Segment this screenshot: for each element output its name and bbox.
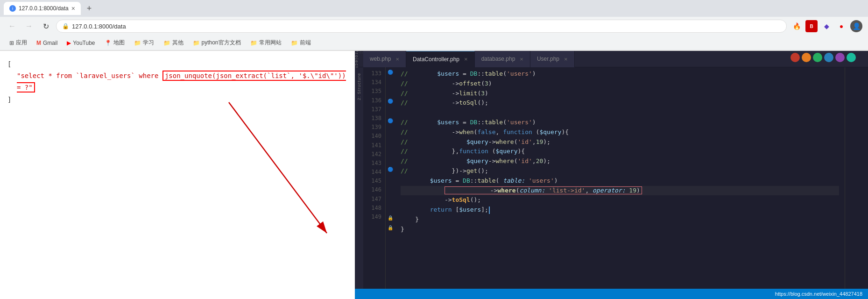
project-label: 1: Project bbox=[355, 51, 363, 67]
bookmark-python[interactable]: 📁 python官方文档 bbox=[189, 38, 245, 48]
icon4 bbox=[824, 53, 833, 62]
back-button[interactable]: ← bbox=[6, 20, 19, 33]
json-line-close: ] bbox=[7, 94, 347, 106]
python-icon: 📁 bbox=[193, 40, 200, 46]
bookmark-other[interactable]: 📁 其他 bbox=[160, 38, 187, 48]
bookmark-frontend[interactable]: 📁 前端 bbox=[287, 38, 315, 48]
code-138: $users = DB::table('users') bbox=[408, 118, 536, 128]
address-bar[interactable]: 🔒 127.0.0.1:8000/data bbox=[56, 20, 787, 33]
code-line-137 bbox=[401, 108, 839, 118]
bookmark-common[interactable]: 📁 常用网站 bbox=[247, 38, 285, 48]
gutter-143: 🔵 bbox=[387, 164, 394, 174]
tab-database[interactable]: database.php × bbox=[475, 51, 530, 67]
gmail-icon: M bbox=[36, 40, 41, 46]
tab-web-php[interactable]: web.php × bbox=[363, 51, 406, 67]
gutter-138: 🔵 bbox=[387, 116, 394, 126]
gutter-141 bbox=[387, 145, 394, 155]
other-label: 其他 bbox=[172, 39, 183, 47]
code-143: })->get(); bbox=[408, 166, 488, 176]
firefox-icon: 🔥 bbox=[790, 20, 803, 32]
tab-db-close[interactable]: × bbox=[520, 56, 523, 63]
line-num-140: 140 bbox=[367, 132, 381, 141]
comment-143: // bbox=[401, 166, 408, 176]
apps-icon: ⊞ bbox=[9, 40, 14, 46]
code-line-140: // $query->where('id',19); bbox=[401, 137, 839, 147]
line-num-149: 149 bbox=[367, 213, 381, 221]
svg-line-1 bbox=[229, 102, 327, 233]
vscode-editor: 1: Project web.php × DataController.php … bbox=[355, 51, 868, 299]
code-line-138: // $users = DB::table('users') bbox=[401, 118, 839, 128]
bookmark-youtube[interactable]: ▶ YouTube bbox=[63, 39, 99, 47]
gutter-142 bbox=[387, 155, 394, 164]
gutter-139 bbox=[387, 126, 394, 135]
code-line-148: } bbox=[401, 215, 839, 225]
code-line-149: } bbox=[401, 225, 839, 235]
tab-user[interactable]: User.php × bbox=[530, 51, 575, 67]
icon2 bbox=[802, 53, 811, 62]
youtube-label: YouTube bbox=[73, 40, 95, 46]
tab-bar: i 127.0.0.1:8000/data × + bbox=[0, 0, 868, 17]
code-line-141: // },function ($query){ bbox=[401, 147, 839, 157]
structure-sidebar: 2: Structure bbox=[355, 67, 363, 289]
frontend-icon: 📁 bbox=[291, 40, 298, 46]
line-num-148: 148 bbox=[367, 204, 381, 213]
bookmarks-bar: ⊞ 应用 M Gmail ▶ YouTube 📍 地图 📁 学习 📁 其他 📁 … bbox=[0, 36, 868, 50]
bookmark-maps[interactable]: 📍 地图 bbox=[101, 38, 128, 48]
tab-user-close[interactable]: × bbox=[564, 56, 568, 63]
code-142: $query->where('id',20); bbox=[408, 157, 550, 166]
gutter-140 bbox=[387, 135, 394, 145]
ext1-icon: ◆ bbox=[820, 20, 833, 32]
line-num-137: 137 bbox=[367, 105, 381, 114]
json-string-start: "select * from `laravel_users` where bbox=[17, 72, 162, 79]
adblock-icon: B bbox=[805, 20, 818, 32]
frontend-label: 前端 bbox=[300, 39, 311, 47]
line-num-138: 138 bbox=[367, 114, 381, 123]
forward-button[interactable]: → bbox=[22, 20, 35, 33]
code-140: $query->where('id',19); bbox=[408, 137, 550, 147]
tab-web-close[interactable]: × bbox=[395, 56, 399, 63]
line-num-145: 145 bbox=[367, 177, 381, 185]
active-tab[interactable]: i 127.0.0.1:8000/data × bbox=[4, 2, 81, 15]
maps-label: 地图 bbox=[113, 39, 125, 47]
lock-icon: 🔒 bbox=[62, 23, 69, 29]
tab-close-button[interactable]: × bbox=[71, 5, 75, 12]
json-line-bracket: [ bbox=[7, 58, 347, 70]
code-line-147: return [$users]; bbox=[401, 205, 839, 215]
code-line-142: // $query->where('id',20); bbox=[401, 157, 839, 166]
code-line-146: ->toSql(); bbox=[401, 195, 839, 205]
vscode-statusbar: https://blog.csdn.net/weixin_44827418 bbox=[355, 289, 868, 299]
bookmark-apps[interactable]: ⊞ 应用 bbox=[6, 38, 31, 48]
youtube-icon: ▶ bbox=[67, 40, 71, 46]
toolbar-icons bbox=[788, 51, 859, 64]
editor-body: 2: Structure 133 134 135 136 137 138 139… bbox=[355, 67, 868, 289]
comment-136: // bbox=[401, 98, 408, 108]
refresh-button[interactable]: ↻ bbox=[39, 20, 52, 33]
line-num-144: 144 bbox=[367, 168, 381, 177]
minimap bbox=[845, 67, 868, 289]
code-133: $users = DB::table('users') bbox=[408, 69, 536, 79]
bookmark-gmail[interactable]: M Gmail bbox=[33, 39, 61, 47]
code-147: return [$users]; bbox=[401, 205, 490, 215]
line-num-142: 142 bbox=[367, 150, 381, 159]
bookmark-study[interactable]: 📁 学习 bbox=[130, 38, 158, 48]
line-num-147: 147 bbox=[367, 195, 381, 204]
code-line-135: // ->limit(3) bbox=[401, 89, 839, 99]
tab-datacontroller[interactable]: DataController.php × bbox=[406, 51, 475, 67]
tab-title: 127.0.0.1:8000/data bbox=[19, 5, 69, 12]
gutter-149: 🔒 bbox=[387, 223, 394, 233]
icon1 bbox=[790, 53, 800, 62]
code-line-139: // ->when(false, function ($query){ bbox=[401, 128, 839, 137]
comment-142: // bbox=[401, 157, 408, 166]
common-icon: 📁 bbox=[250, 40, 257, 46]
code-148: } bbox=[401, 215, 419, 225]
code-139: ->when(false, function ($query){ bbox=[408, 128, 569, 137]
line-num-143: 143 bbox=[367, 159, 381, 168]
ext2-icon: ● bbox=[835, 20, 847, 32]
statusbar-url: https://blog.csdn.net/weixin_44827418 bbox=[775, 291, 862, 297]
line-numbers: 133 134 135 136 137 138 139 140 141 142 … bbox=[363, 67, 386, 289]
code-line-143: // })->get(); bbox=[401, 166, 839, 176]
line-num-135: 135 bbox=[367, 87, 381, 96]
new-tab-button[interactable]: + bbox=[83, 2, 96, 15]
tab-dc-close[interactable]: × bbox=[464, 56, 468, 63]
comment-139: // bbox=[401, 128, 408, 137]
